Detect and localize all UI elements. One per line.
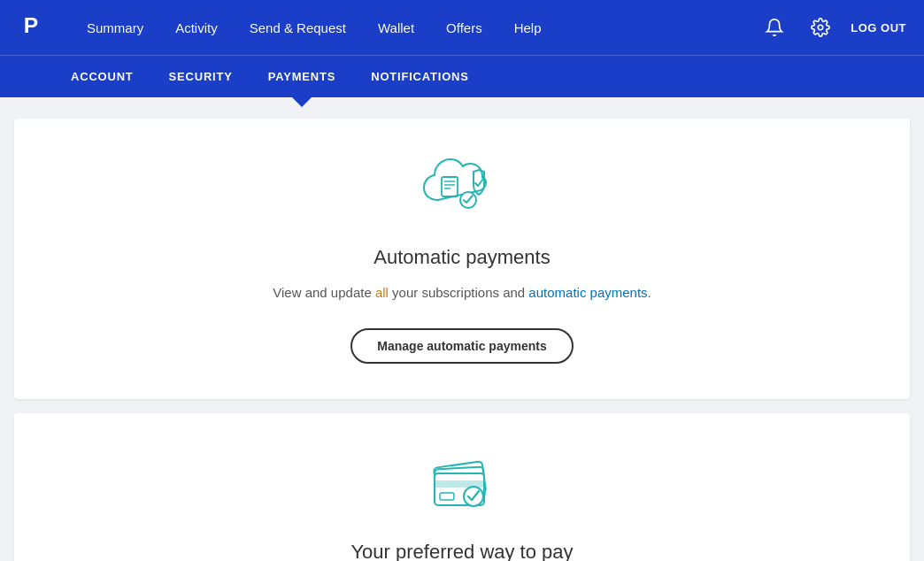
nav-activity[interactable]: Activity <box>159 0 234 55</box>
nav-right: LOG OUT <box>758 12 906 43</box>
desc-text-2: your subscriptions and <box>389 285 528 300</box>
settings-gear-button[interactable] <box>805 12 836 43</box>
automatic-payments-title: Automatic payments <box>373 246 550 269</box>
logout-button[interactable]: LOG OUT <box>851 21 906 35</box>
desc-text-1: View and update <box>273 285 375 300</box>
preferred-payment-title: Your preferred way to pay <box>350 541 573 562</box>
subnav-security[interactable]: SECURITY <box>151 56 250 98</box>
nav-offers[interactable]: Offers <box>430 0 498 55</box>
paypal-logo: P <box>18 10 71 45</box>
manage-automatic-payments-button[interactable]: Manage automatic payments <box>350 328 573 364</box>
subnav-notifications[interactable]: NOTIFICATIONS <box>353 56 487 98</box>
svg-text:P: P <box>24 13 38 37</box>
preferred-payment-card: Your preferred way to pay <box>14 413 910 562</box>
desc-highlight-auto: automatic payments <box>528 285 647 300</box>
preferred-payment-icon <box>422 449 502 519</box>
subnav-account[interactable]: ACCOUNT <box>53 56 151 98</box>
desc-highlight-all: all <box>375 285 389 300</box>
main-content: Automatic payments View and update all y… <box>0 97 924 561</box>
automatic-payments-desc: View and update all your subscriptions a… <box>273 283 651 304</box>
nav-summary[interactable]: Summary <box>71 0 159 55</box>
automatic-payments-icon <box>422 154 502 225</box>
svg-point-2 <box>819 25 824 30</box>
sub-nav: ACCOUNT SECURITY PAYMENTS NOTIFICATIONS <box>0 55 924 97</box>
subnav-payments[interactable]: PAYMENTS <box>250 56 353 98</box>
automatic-payments-card: Automatic payments View and update all y… <box>14 119 910 399</box>
top-nav: P Summary Activity Send & Request Wallet… <box>0 0 924 55</box>
nav-wallet[interactable]: Wallet <box>362 0 430 55</box>
notifications-bell-button[interactable] <box>758 12 790 43</box>
desc-text-3: . <box>648 285 651 300</box>
svg-rect-3 <box>442 177 458 196</box>
nav-links: Summary Activity Send & Request Wallet O… <box>71 0 758 55</box>
nav-send-request[interactable]: Send & Request <box>234 0 362 55</box>
nav-help[interactable]: Help <box>498 0 558 55</box>
